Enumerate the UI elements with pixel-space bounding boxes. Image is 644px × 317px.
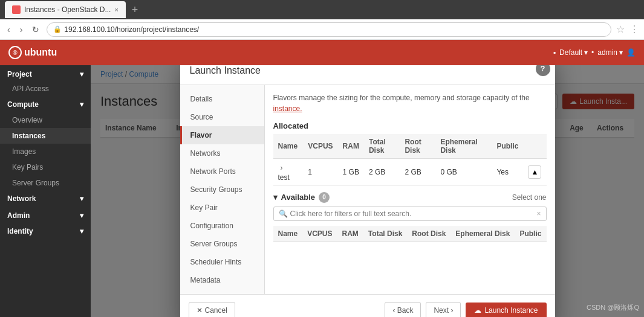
- sidebar-item-server-groups[interactable]: Server Groups: [0, 175, 91, 191]
- avail-col-public: Public: [515, 226, 546, 242]
- nav-item-source[interactable]: Source: [180, 108, 264, 126]
- app-header: ® ubuntu ▪ Default ▾ • admin ▾ 👤: [0, 40, 644, 65]
- admin-caret: ▾: [619, 48, 623, 57]
- alloc-col-total-disk: Total Disk: [364, 134, 400, 159]
- default-label: Default: [559, 48, 582, 57]
- cancel-button[interactable]: ✕ Cancel: [189, 302, 235, 318]
- select-one-label: Select one: [512, 193, 547, 202]
- browser-chrome: Instances - OpenStack D... × + ‹ › ↻ 🔒 1…: [0, 0, 644, 40]
- avail-col-total-disk: Total Disk: [363, 226, 407, 242]
- ubuntu-logo: ® ubuntu: [8, 46, 57, 59]
- refresh-btn[interactable]: ↻: [30, 24, 42, 36]
- modal-nav: Details Source Flavor Networks Network P…: [180, 85, 265, 294]
- watermark: CSDN @顾洛烁Q: [587, 303, 639, 312]
- search-input[interactable]: [290, 210, 537, 218]
- tab-close-btn[interactable]: ×: [114, 6, 118, 13]
- instance-link[interactable]: instance.: [273, 104, 302, 113]
- nav-item-security-groups[interactable]: Security Groups: [180, 181, 264, 199]
- nav-item-metadata[interactable]: Metadata: [180, 271, 264, 289]
- nav-item-scheduler-hints[interactable]: Scheduler Hints: [180, 253, 264, 271]
- alloc-root-disk-val: 2 GB: [400, 158, 435, 185]
- allocated-label: Allocated: [273, 121, 547, 130]
- help-button[interactable]: ?: [536, 65, 550, 76]
- default-dropdown[interactable]: Default ▾: [559, 48, 588, 57]
- nav-item-details[interactable]: Details: [180, 90, 264, 108]
- header-icon: ▪: [553, 48, 556, 57]
- bookmark-icon[interactable]: ☆: [616, 24, 625, 35]
- available-label: Available: [281, 193, 316, 202]
- modal-flavor-content: Flavors manage the sizing for the comput…: [265, 85, 555, 294]
- alloc-col-ephemeral: Ephemeral Disk: [435, 134, 492, 159]
- alloc-col-public: Public: [492, 134, 523, 159]
- alloc-col-vcpus: VCPUS: [303, 134, 337, 159]
- expand-row-btn[interactable]: ›: [278, 162, 285, 173]
- nav-bar: ‹ › ↻ 🔒 192.168.100.10/horizon/project/i…: [0, 19, 644, 40]
- nav-item-key-pair[interactable]: Key Pair: [180, 199, 264, 217]
- menu-icon[interactable]: ⋮: [629, 24, 639, 35]
- sidebar-compute-header[interactable]: Compute ▾: [0, 97, 91, 112]
- address-bar[interactable]: 🔒 192.168.100.10/horizon/project/instanc…: [47, 22, 611, 37]
- admin-dropdown[interactable]: admin ▾: [597, 48, 623, 57]
- launch-instance-modal: Launch Instance × ? Details Source Flavo…: [180, 65, 555, 317]
- alloc-public-val: Yes: [492, 158, 523, 185]
- tab-title: Instances - OpenStack D...: [24, 5, 111, 14]
- header-right: ▪ Default ▾ • admin ▾ 👤: [553, 48, 636, 57]
- sidebar-item-images[interactable]: Images: [0, 144, 91, 159]
- alloc-vcpus-val: 1: [303, 158, 337, 185]
- available-title: ▾ Available 0: [273, 192, 330, 203]
- sidebar-item-api-access[interactable]: API Access: [0, 81, 91, 97]
- avail-col-root-disk: Root Disk: [407, 226, 450, 242]
- allocated-row: › test 1 1 GB 2 GB 2 GB 0 GB Yes: [273, 158, 547, 185]
- alloc-ephemeral-val: 0 GB: [435, 158, 492, 185]
- flavor-description: Flavors manage the sizing for the comput…: [273, 92, 547, 114]
- avail-col-ephemeral: Ephemeral Disk: [450, 226, 515, 242]
- modal-header: Launch Instance × ?: [180, 65, 555, 85]
- sidebar-project-header[interactable]: Project ▾: [0, 65, 91, 81]
- alloc-col-ram: RAM: [338, 134, 364, 159]
- sidebar-item-overview[interactable]: Overview: [0, 112, 91, 128]
- avail-col-ram: RAM: [337, 226, 363, 242]
- url-text: 192.168.100.10/horizon/project/instances…: [64, 25, 199, 34]
- sidebar-admin-header[interactable]: Admin ▾: [0, 207, 91, 222]
- launch-label: Launch Instance: [484, 306, 538, 315]
- launch-cloud-icon: ☁: [474, 306, 481, 315]
- back-btn[interactable]: ‹: [5, 24, 13, 36]
- content-area: Project / Compute Instances Filter ☁ Lau…: [91, 65, 644, 317]
- avail-col-vcpus: VCPUS: [302, 226, 337, 242]
- alloc-total-disk-val: 2 GB: [364, 158, 400, 185]
- nav-item-server-groups[interactable]: Server Groups: [180, 235, 264, 253]
- back-label: ‹ Back: [392, 306, 413, 315]
- allocated-table: Name VCPUS RAM Total Disk Root Disk Ephe…: [273, 134, 547, 186]
- nav-item-configuration[interactable]: Configuration: [180, 217, 264, 235]
- ubuntu-circle-icon: ®: [8, 46, 22, 59]
- nav-item-networks[interactable]: Networks: [180, 144, 264, 162]
- alloc-col-action: [523, 134, 546, 159]
- avail-col-name: Name: [273, 226, 303, 242]
- sidebar-item-key-pairs[interactable]: Key Pairs: [0, 159, 91, 175]
- forward-btn[interactable]: ›: [18, 24, 25, 36]
- sidebar-network-header[interactable]: Network ▾: [0, 191, 91, 207]
- move-up-btn[interactable]: ▲: [528, 165, 541, 179]
- ubuntu-text: ubuntu: [24, 47, 57, 58]
- sidebar-identity-header[interactable]: Identity ▾: [0, 222, 91, 238]
- modal-footer: ✕ Cancel ‹ Back Next › ☁ Launch Instance: [180, 294, 555, 318]
- cancel-label: Cancel: [205, 306, 227, 315]
- back-button[interactable]: ‹ Back: [385, 302, 421, 318]
- next-button[interactable]: Next ›: [426, 302, 461, 318]
- project-caret: ▾: [80, 70, 83, 78]
- nav-item-network-ports[interactable]: Network Ports: [180, 162, 264, 181]
- modal-title: Launch Instance: [190, 65, 261, 76]
- active-tab[interactable]: Instances - OpenStack D... ×: [5, 1, 126, 18]
- available-chevron-icon: ▾: [273, 193, 278, 202]
- alloc-ram-val: 1 GB: [338, 158, 364, 185]
- admin-label: admin: [597, 48, 617, 57]
- next-label: Next ›: [434, 306, 453, 315]
- available-header: ▾ Available 0 Select one: [273, 192, 547, 203]
- search-icon: 🔍: [279, 210, 288, 218]
- nav-item-flavor[interactable]: Flavor: [180, 126, 264, 144]
- launch-instance-button[interactable]: ☁ Launch Instance: [466, 303, 546, 318]
- new-tab-btn[interactable]: +: [132, 4, 138, 16]
- sidebar-item-instances[interactable]: Instances: [0, 128, 91, 144]
- clear-search-btn[interactable]: ×: [536, 210, 541, 218]
- modal-body: Details Source Flavor Networks Network P…: [180, 85, 555, 294]
